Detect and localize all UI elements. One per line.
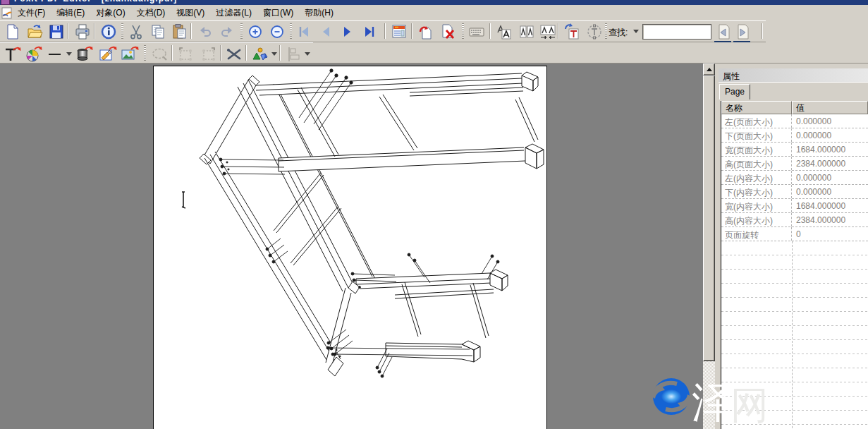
document-info-button[interactable] xyxy=(99,23,118,41)
find-options-dropdown[interactable] xyxy=(633,30,639,33)
line-style-dropdown[interactable] xyxy=(66,52,72,56)
separator xyxy=(94,23,95,39)
property-value[interactable]: 0.000000 xyxy=(792,171,868,184)
toolbar-object-band xyxy=(0,42,313,63)
redo-button[interactable] xyxy=(217,23,236,41)
align-dropdown[interactable] xyxy=(305,52,310,56)
separator xyxy=(279,45,281,61)
menu-object[interactable]: 对象(O) xyxy=(92,6,128,20)
save-button[interactable] xyxy=(47,23,66,41)
page-form-button[interactable] xyxy=(389,23,408,41)
toolbar-grip[interactable] xyxy=(240,23,243,39)
separator xyxy=(190,23,192,39)
select-area-button[interactable] xyxy=(149,44,169,63)
find-previous-button[interactable] xyxy=(714,23,733,41)
separator xyxy=(245,45,247,61)
application-window: Foxit PDF Editor - [zhankuang.pdf] 文件(F)… xyxy=(0,0,868,429)
text-orientation-button[interactable] xyxy=(585,23,604,41)
find-next-button[interactable] xyxy=(733,23,752,41)
panel-divider xyxy=(715,64,721,429)
property-row: 下(内容大小)0.000000 xyxy=(721,185,868,199)
edit-image-button[interactable] xyxy=(97,44,116,63)
property-value[interactable]: 2384.000000 xyxy=(792,157,868,170)
cut-button[interactable] xyxy=(126,23,145,41)
property-name: 左(页面大小) xyxy=(721,114,792,128)
separator xyxy=(489,23,491,39)
property-value[interactable]: 1684.000000 xyxy=(792,199,868,212)
property-value[interactable]: 0.000000 xyxy=(792,185,868,198)
property-value[interactable]: 2384.000000 xyxy=(792,213,868,226)
document-canvas[interactable] xyxy=(0,64,703,429)
menu-filter[interactable]: 过滤器(L) xyxy=(212,6,255,20)
grid-header-value[interactable]: 值 xyxy=(792,101,868,114)
scroll-up-button[interactable] xyxy=(703,64,715,75)
add-line-button[interactable] xyxy=(45,44,64,63)
delete-page-button[interactable] xyxy=(438,23,457,41)
app-icon xyxy=(1,0,10,5)
property-value[interactable]: 0.000000 xyxy=(792,114,868,128)
property-name: 高(页面大小) xyxy=(721,157,792,170)
property-row: 左(内容大小)0.000000 xyxy=(721,171,868,185)
menu-document[interactable]: 文档(D) xyxy=(133,6,169,20)
zoom-out-button[interactable] xyxy=(267,23,286,41)
zoom-in-button[interactable] xyxy=(245,23,264,41)
previous-page-button[interactable] xyxy=(316,23,335,41)
property-name: 页面旋转 xyxy=(721,227,792,241)
toolbar-grip[interactable] xyxy=(121,23,123,39)
toolbar-main: 查找: xyxy=(0,20,868,42)
rotate-right-button[interactable] xyxy=(197,44,216,63)
menu-file[interactable]: 文件(F) xyxy=(14,6,49,20)
paste-button[interactable] xyxy=(170,23,189,41)
toolbar-grip[interactable] xyxy=(144,45,146,61)
menu-view[interactable]: 视图(V) xyxy=(173,6,208,20)
property-value[interactable]: 1684.000000 xyxy=(792,143,868,156)
pdf-page[interactable] xyxy=(153,66,547,429)
insert-text-button[interactable] xyxy=(562,23,581,41)
delete-object-button[interactable] xyxy=(224,44,243,63)
property-row: 高(内容大小)2384.000000 xyxy=(721,213,868,227)
tab-page[interactable]: Page xyxy=(719,84,750,99)
shapes-dropdown[interactable] xyxy=(271,52,277,56)
next-page-button[interactable] xyxy=(338,23,357,41)
replace-font-button[interactable] xyxy=(494,23,513,41)
align-objects-button[interactable] xyxy=(283,44,302,63)
toolbar-grip[interactable] xyxy=(462,23,464,39)
document-icon xyxy=(1,7,12,19)
add-image-button[interactable] xyxy=(119,44,138,63)
open-file-button[interactable] xyxy=(25,23,44,41)
add-shading-button[interactable] xyxy=(74,44,93,63)
insert-shapes-button[interactable] xyxy=(250,44,269,63)
embed-font-button[interactable] xyxy=(517,23,536,41)
grid-header-name[interactable]: 名称 xyxy=(721,101,792,114)
add-text-button[interactable] xyxy=(2,44,21,63)
add-color-button[interactable] xyxy=(23,44,42,63)
first-page-button[interactable] xyxy=(294,23,313,41)
last-page-button[interactable] xyxy=(360,23,379,41)
grid-header: 名称 值 xyxy=(721,101,868,114)
insert-page-button[interactable] xyxy=(416,23,435,41)
toolbar-grip[interactable] xyxy=(290,23,292,39)
property-grid: 名称 值 左(页面大小)0.000000 下(页面大小)0.000000 宽(页… xyxy=(721,101,868,429)
panel-title: 属性 xyxy=(723,71,740,81)
menu-edit[interactable]: 编辑(E) xyxy=(53,6,88,20)
rotate-left-button[interactable] xyxy=(176,44,195,63)
property-name: 高(内容大小) xyxy=(721,213,792,226)
undo-button[interactable] xyxy=(195,23,214,41)
menu-window[interactable]: 窗口(W) xyxy=(259,6,297,20)
scrollbar-thumb[interactable] xyxy=(703,75,715,361)
property-value[interactable]: 0.000000 xyxy=(792,128,868,142)
property-value[interactable]: 0 xyxy=(792,227,868,241)
keyboard-button[interactable] xyxy=(467,23,486,41)
find-label: 查找: xyxy=(609,27,628,39)
print-button[interactable] xyxy=(73,23,92,41)
vertical-scrollbar xyxy=(703,64,715,429)
menu-help[interactable]: 帮助(H) xyxy=(301,6,337,20)
separator xyxy=(220,45,221,61)
toolbar-grip[interactable] xyxy=(605,23,607,39)
find-input[interactable] xyxy=(642,24,711,40)
property-row: 下(页面大小)0.000000 xyxy=(721,128,868,143)
copy-button[interactable] xyxy=(148,23,167,41)
new-document-button[interactable] xyxy=(3,23,22,41)
font-spacing-button[interactable] xyxy=(538,23,557,41)
toolbar-object xyxy=(0,42,868,64)
